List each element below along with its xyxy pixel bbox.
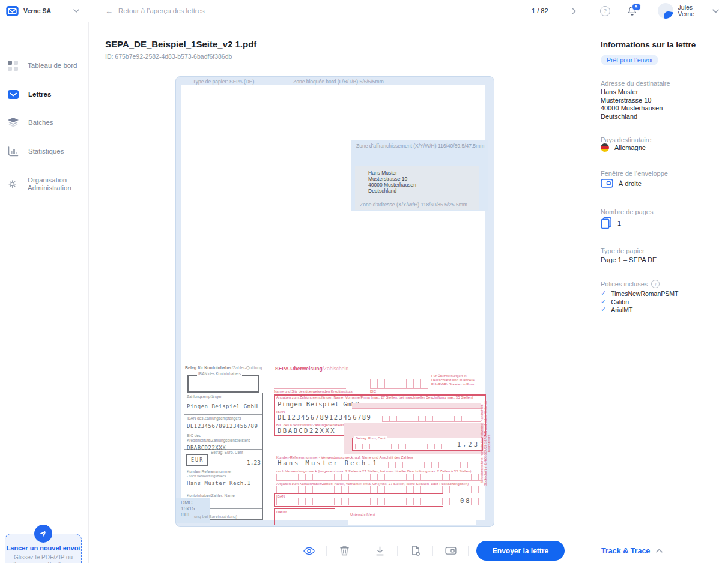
envelope-window-button[interactable]: [440, 538, 461, 563]
preview-button[interactable]: [299, 538, 319, 563]
paper-type-label: Type de papier: [601, 247, 645, 254]
top-bar: Verne SA ← Retour à l’aperçu des lettres…: [0, 0, 728, 22]
sidebar-item-organisation-admin[interactable]: Organisation Administration: [0, 172, 88, 196]
pages-label: Nombre de pages: [601, 208, 653, 215]
recipient-address-block: Hans Muster Musterstrasse 10 40000 Muste…: [368, 170, 416, 194]
dashboard-icon: [8, 61, 18, 71]
sidebar-divider: [0, 167, 88, 167]
address-zone: Hans Muster Musterstrasse 10 40000 Muste…: [355, 166, 479, 210]
font-item: ✓ ArialMT: [601, 306, 632, 313]
franking-zone-label: Zone d’affranchissement (X/Y/W/H) 116/40…: [356, 143, 484, 149]
help-button[interactable]: ?: [595, 0, 616, 22]
user-avatar[interactable]: [658, 3, 673, 19]
eye-icon: [303, 547, 315, 555]
pages-icon: [601, 217, 612, 229]
germany-flag-icon: [601, 143, 609, 152]
pages-row: 1: [601, 217, 621, 229]
layers-icon: [8, 118, 19, 127]
envelope-window-row: À droite: [601, 179, 642, 188]
paper-plane-icon: [39, 529, 47, 538]
help-icon: ?: [604, 8, 607, 14]
org-switcher[interactable]: Verne SA: [0, 0, 88, 22]
envelope-window-position-icon: [601, 179, 613, 188]
sidebar: Tableau de bord Lettres Batches Statisti…: [0, 22, 89, 563]
track-trace-toggle[interactable]: Track & Trace: [583, 538, 728, 563]
divider: [619, 6, 619, 16]
document-title: SEPA_DE_Beispiel_1Seite_v2 1.pdf: [105, 39, 256, 49]
font-item: ✓ Calibri: [601, 298, 629, 306]
country-value: Allemagne: [614, 144, 646, 151]
status-badge: Prêt pour l’envoi: [601, 55, 658, 65]
document-id: ID: 675b7e92-2582-4d83-b573-6badf6f386db: [105, 53, 232, 60]
download-button[interactable]: [369, 538, 390, 563]
chevron-down-icon: [712, 9, 719, 13]
gear-icon: [8, 179, 18, 190]
envelope-icon: [8, 90, 19, 99]
divider: [362, 546, 362, 556]
document-options-button[interactable]: [405, 538, 425, 563]
paper-type-value: Page 1 – SEPA DE: [601, 256, 657, 265]
next-letter-button[interactable]: [564, 0, 584, 22]
sidebar-item-batches[interactable]: Batches: [0, 110, 88, 134]
info-icon[interactable]: i: [651, 280, 660, 288]
sepa-transfer-form: SEPA-Überweisung/Zahlschein Für Überweis…: [274, 366, 487, 524]
delete-button[interactable]: [334, 538, 354, 563]
divider: [326, 546, 327, 556]
letter-info-panel: Informations sur la lettre Prêt pour l’e…: [583, 22, 728, 563]
envelope-window-label: Fenêtre de l’enveloppe: [601, 170, 668, 177]
chevron-down-icon: [73, 9, 79, 13]
trash-icon: [340, 546, 349, 556]
user-name: Jules Verne: [678, 4, 694, 18]
org-name: Verne SA: [23, 7, 51, 14]
download-icon: [375, 546, 384, 556]
sepa-vertical-note: Schreibmaschine: normale Schreibweise! H…: [480, 399, 491, 489]
font-item: ✓ TimesNewRomanPSMT: [601, 289, 678, 297]
send-letter-button[interactable]: Envoyer la lettre: [476, 541, 565, 561]
check-icon: ✓: [601, 289, 606, 297]
recipient-address-value: Hans Muster Musterstrasse 10 40000 Muste…: [601, 88, 663, 121]
blocked-zone-label: Zone bloquée bord (L/R/T/B) 5/5/5/5mm: [293, 79, 384, 85]
dropzone-title: Lancer un nouvel envoi: [5, 544, 81, 552]
fonts-label-row: Polices incluses i: [601, 280, 660, 288]
country-value-row: Allemagne: [601, 143, 646, 152]
divider: [468, 546, 469, 556]
window-icon: [445, 547, 457, 555]
pages-value: 1: [617, 220, 621, 227]
chevron-up-icon: [656, 549, 663, 553]
fonts-label: Polices incluses: [601, 280, 648, 288]
sidebar-item-dashboard[interactable]: Tableau de bord: [0, 53, 88, 77]
document-icon: [411, 546, 420, 556]
dmc-zone: DMC 15x15 mm: [176, 498, 210, 523]
track-trace-label: Track & Trace: [601, 547, 650, 555]
country-label: Pays destinataire: [601, 136, 651, 143]
bottom-toolbar: Envoyer la lettre: [89, 538, 583, 563]
divider: [432, 546, 433, 556]
divider: [646, 6, 646, 16]
avatar-shape: [663, 11, 673, 19]
cash-deposit-note: ung bei Bareinzahlung): [194, 514, 237, 519]
sidebar-item-statistics[interactable]: Statistiques: [0, 139, 88, 163]
recipient-address-label: Adresse du destinataire: [601, 80, 670, 87]
address-zone-label: Zone d’adresse (X/Y/W/H) 118/60/85.5/25.…: [360, 202, 467, 208]
divider: [397, 546, 398, 556]
paper-type-zone-label: Type de papier: SEPA (DE): [193, 79, 254, 85]
letter-pagination: 1 / 82: [532, 7, 548, 14]
check-icon: ✓: [601, 298, 606, 306]
stub-iban-holder-box: IBAN des Kontoinhabers: [187, 375, 259, 393]
dropzone-subtitle: Glissez le PDF/ZIP ou cliquer pour sélec…: [10, 554, 76, 563]
notification-count-badge: 5: [632, 3, 641, 11]
panel-title: Informations sur la lettre: [601, 40, 696, 49]
back-arrow-icon: ←: [105, 7, 113, 16]
back-to-letters-link[interactable]: ← Retour à l’aperçu des lettres: [105, 0, 205, 22]
envelope-window-value: À droite: [619, 180, 642, 187]
notifications-button[interactable]: 5: [622, 0, 643, 22]
sepa-form: Beleg für Kontoinhaber/Zahler-Quittung I…: [181, 366, 486, 524]
stats-icon: [8, 146, 19, 157]
pdf-preview[interactable]: Type de papier: SEPA (DE) Zone bloquée b…: [175, 76, 494, 527]
sidebar-item-letters[interactable]: Lettres: [0, 82, 88, 106]
divider: [291, 546, 291, 556]
user-menu-button[interactable]: [705, 0, 726, 22]
check-icon: ✓: [601, 306, 606, 313]
upload-dropzone[interactable]: Lancer un nouvel envoi Glissez le PDF/ZI…: [5, 534, 82, 563]
back-link-label: Retour à l’aperçu des lettres: [118, 7, 205, 14]
